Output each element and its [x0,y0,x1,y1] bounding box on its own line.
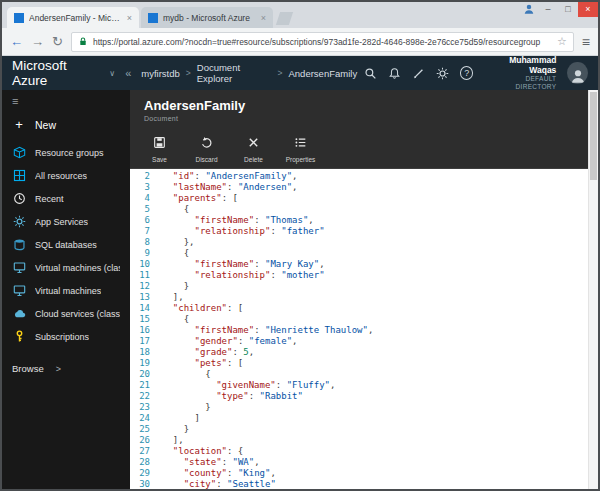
editor-line[interactable]: 11 "relationship": "mother" [130,270,588,281]
sidebar-item-sql-databases[interactable]: SQL databases [2,233,130,256]
delete-button[interactable]: Delete [230,130,277,168]
editor-line[interactable]: 25 } [130,424,588,435]
properties-button[interactable]: Properties [277,130,324,168]
cloud-icon [12,307,26,321]
editor-line[interactable]: 30 "city": "Seattle" [130,479,588,489]
document-header: AndersenFamily Document [130,90,588,130]
code-text: "pets": [ [156,358,243,369]
browser-tab-andersenfamily[interactable]: AndersenFamily - Microso × [7,7,139,28]
editor-line[interactable]: 19 "pets": [ [130,358,588,369]
scrollbar-thumb[interactable] [590,92,597,180]
chevron-down-icon[interactable]: ∨ [109,69,115,78]
editor-line[interactable]: 17 "gender": "female", [130,336,588,347]
sidebar-item-new[interactable]: + New [2,110,130,141]
user-avatar[interactable] [567,62,588,84]
line-number: 4 [130,193,156,204]
discard-button[interactable]: Discard [183,130,230,168]
forward-icon[interactable]: → [31,34,44,49]
azure-favicon [148,13,158,23]
editor-line[interactable]: 18 "grade": 5, [130,347,588,358]
tab-label: mydb - Microsoft Azure [163,13,256,23]
code-text: "children": [ [156,303,243,314]
sidebar-item-virtual-machines-classic[interactable]: Virtual machines (classic) [2,256,130,279]
bookmark-star-icon[interactable]: ☆ [557,35,567,48]
breadcrumb-item-document-explorer[interactable]: Document Explorer [197,62,272,84]
help-icon[interactable]: ? [460,66,473,80]
editor-line[interactable]: 29 "county": "King", [130,468,588,479]
editor-line[interactable]: 20 { [130,369,588,380]
profile-icon[interactable] [520,1,538,19]
editor-line[interactable]: 26 ], [130,435,588,446]
code-text: ], [156,292,184,303]
editor-line[interactable]: 6 "firstName": "Thomas", [130,215,588,226]
sidebar-item-recent[interactable]: Recent [2,187,130,210]
user-info[interactable]: Muhammad Waqas DEFAULT DIRECTORY [484,55,556,91]
editor-line[interactable]: 14 "children": [ [130,303,588,314]
sidebar-item-resource-groups[interactable]: Resource groups [2,141,130,164]
json-editor-lines: 2 "id": "AndersenFamily",3 "lastName": "… [130,171,588,489]
editor-line[interactable]: 4 "parents": [ [130,193,588,204]
editor-line[interactable]: 8 }, [130,237,588,248]
close-button[interactable]: × [578,2,598,17]
json-editor[interactable]: 2 "id": "AndersenFamily",3 "lastName": "… [130,168,588,489]
line-number: 17 [130,336,156,347]
line-number: 15 [130,314,156,325]
search-icon[interactable] [364,67,377,80]
editor-line[interactable]: 28 "state": "WA", [130,457,588,468]
sidebar-item-subscriptions[interactable]: Subscriptions [2,325,130,348]
line-number: 6 [130,215,156,226]
url-text[interactable]: https://portal.azure.com/?nocdn=true#res… [93,37,552,47]
editor-line[interactable]: 15 { [130,314,588,325]
sidebar-item-label: Browse [12,363,44,374]
editor-line[interactable]: 22 "type": "Rabbit" [130,391,588,402]
editor-line[interactable]: 12 } [130,281,588,292]
tab-close-icon[interactable]: × [261,13,266,23]
breadcrumb-item-myfirstdb[interactable]: myfirstdb [141,68,180,79]
code-text: "type": "Rabbit" [156,391,303,402]
line-number: 30 [130,479,156,489]
sidebar-item-virtual-machines[interactable]: Virtual machines [2,279,130,302]
page-scrollbar[interactable] [588,90,598,489]
new-tab-button[interactable] [276,12,293,25]
editor-line[interactable]: 27 "location": { [130,446,588,457]
maximize-button[interactable]: □ [558,2,578,17]
editor-line[interactable]: 2 "id": "AndersenFamily", [130,171,588,182]
chevron-right-icon: > [56,364,61,374]
line-number: 20 [130,369,156,380]
sidebar-menu-icon[interactable]: ≡ [2,93,130,110]
azure-brand[interactable]: Microsoft Azure [12,58,102,88]
sidebar: ≡ + New Resource groupsAll resourcesRece… [2,90,130,489]
notifications-bell-icon[interactable] [388,67,401,80]
back-icon[interactable]: ← [10,34,23,49]
address-bar[interactable]: https://portal.azure.com/?nocdn=true#res… [71,32,574,52]
editor-line[interactable]: 23 } [130,402,588,413]
sidebar-item-cloud-services-classic[interactable]: Cloud services (classic) [2,302,130,325]
browser-menu-icon[interactable]: ≡ [582,34,590,50]
save-button[interactable]: Save [136,130,183,168]
editor-line[interactable]: 9 { [130,248,588,259]
refresh-icon[interactable]: ↻ [52,34,63,49]
grid-icon [12,169,26,183]
editor-line[interactable]: 5 { [130,204,588,215]
editor-line[interactable]: 16 "firstName": "Henriette Thaulow", [130,325,588,336]
sidebar-item-app-services[interactable]: App Services [2,210,130,233]
tab-close-icon[interactable]: × [127,13,132,23]
editor-line[interactable]: 10 "firstName": "Mary Kay", [130,259,588,270]
document-toolbar: Save Discard Delete Properties [130,130,588,168]
sidebar-item-all-resources[interactable]: All resources [2,164,130,187]
editor-line[interactable]: 3 "lastName": "Andersen", [130,182,588,193]
browser-tab-mydb[interactable]: mydb - Microsoft Azure × [141,7,273,28]
line-number: 12 [130,281,156,292]
editor-line[interactable]: 21 "givenName": "Fluffy", [130,380,588,391]
topbar-actions: ? Muhammad Waqas DEFAULT DIRECTORY [364,55,588,91]
settings-gear-icon[interactable] [436,67,449,80]
sidebar-item-browse[interactable]: Browse> [2,357,130,380]
collapse-breadcrumb-icon[interactable]: « [125,67,131,79]
feedback-pencil-icon[interactable] [412,67,425,80]
minimize-button[interactable]: – [538,2,558,17]
editor-line[interactable]: 7 "relationship": "father" [130,226,588,237]
editor-line[interactable]: 13 ], [130,292,588,303]
breadcrumb-item-andersenfamily[interactable]: AndersenFamily [289,68,358,79]
code-text: "state": "WA", [156,457,260,468]
editor-line[interactable]: 24 ] [130,413,588,424]
